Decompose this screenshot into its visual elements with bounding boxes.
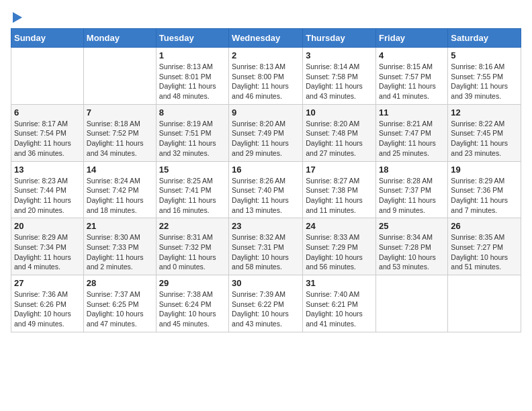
calendar-cell: 9Sunrise: 8:20 AMSunset: 7:49 PMDaylight… (229, 104, 303, 161)
calendar-cell: 16Sunrise: 8:26 AMSunset: 7:40 PMDayligh… (229, 161, 303, 218)
day-number: 15 (159, 165, 226, 175)
day-detail: Sunrise: 8:18 AMSunset: 7:52 PMDaylight:… (87, 119, 153, 158)
day-detail: Sunrise: 8:19 AMSunset: 7:51 PMDaylight:… (159, 119, 226, 158)
calendar-cell: 27Sunrise: 7:36 AMSunset: 6:26 PMDayligh… (11, 275, 84, 332)
day-detail: Sunrise: 8:29 AMSunset: 7:36 PMDaylight:… (451, 176, 518, 216)
day-detail: Sunrise: 8:29 AMSunset: 7:34 PMDaylight:… (14, 232, 81, 272)
logo (11, 11, 22, 23)
calendar-cell (11, 48, 84, 105)
calendar-cell: 10Sunrise: 8:20 AMSunset: 7:48 PMDayligh… (303, 104, 376, 161)
day-detail: Sunrise: 8:28 AMSunset: 7:37 PMDaylight:… (379, 176, 445, 216)
day-detail: Sunrise: 8:22 AMSunset: 7:45 PMDaylight:… (451, 119, 518, 158)
day-detail: Sunrise: 8:34 AMSunset: 7:28 PMDaylight:… (379, 232, 445, 272)
day-detail: Sunrise: 8:13 AMSunset: 8:01 PMDaylight:… (159, 62, 226, 101)
calendar-cell: 23Sunrise: 8:32 AMSunset: 7:31 PMDayligh… (229, 218, 303, 275)
calendar-cell: 1Sunrise: 8:13 AMSunset: 8:01 PMDaylight… (156, 48, 228, 105)
day-detail: Sunrise: 8:35 AMSunset: 7:27 PMDaylight:… (451, 232, 518, 272)
calendar-cell: 11Sunrise: 8:21 AMSunset: 7:47 PMDayligh… (376, 104, 448, 161)
calendar-week-row: 13Sunrise: 8:23 AMSunset: 7:44 PMDayligh… (11, 161, 521, 218)
day-number: 17 (306, 165, 373, 175)
day-detail: Sunrise: 8:31 AMSunset: 7:32 PMDaylight:… (159, 232, 226, 272)
day-detail: Sunrise: 8:32 AMSunset: 7:31 PMDaylight:… (232, 232, 300, 272)
calendar-table: SundayMondayTuesdayWednesdayThursdayFrid… (11, 28, 521, 332)
calendar-cell: 6Sunrise: 8:17 AMSunset: 7:54 PMDaylight… (11, 104, 84, 161)
day-detail: Sunrise: 8:14 AMSunset: 7:58 PMDaylight:… (306, 62, 373, 101)
weekday-header: Sunday (11, 29, 84, 48)
calendar-cell: 18Sunrise: 8:28 AMSunset: 7:37 PMDayligh… (376, 161, 448, 218)
day-detail: Sunrise: 8:20 AMSunset: 7:49 PMDaylight:… (232, 119, 300, 158)
calendar-cell: 28Sunrise: 7:37 AMSunset: 6:25 PMDayligh… (83, 275, 156, 332)
day-detail: Sunrise: 8:13 AMSunset: 8:00 PMDaylight:… (232, 62, 300, 101)
day-number: 3 (306, 50, 373, 60)
day-number: 13 (14, 165, 81, 175)
day-number: 5 (451, 50, 518, 60)
day-detail: Sunrise: 8:23 AMSunset: 7:44 PMDaylight:… (14, 176, 81, 216)
day-detail: Sunrise: 8:25 AMSunset: 7:41 PMDaylight:… (159, 176, 226, 216)
calendar-cell (83, 48, 156, 105)
day-detail: Sunrise: 8:17 AMSunset: 7:54 PMDaylight:… (14, 119, 81, 158)
day-number: 23 (232, 221, 300, 231)
day-number: 28 (87, 278, 153, 288)
day-number: 29 (159, 278, 226, 288)
calendar-week-row: 27Sunrise: 7:36 AMSunset: 6:26 PMDayligh… (11, 275, 521, 332)
day-number: 8 (159, 107, 226, 118)
day-detail: Sunrise: 8:15 AMSunset: 7:57 PMDaylight:… (379, 62, 445, 101)
weekday-header: Monday (83, 29, 156, 48)
day-number: 16 (232, 165, 300, 175)
day-number: 1 (159, 50, 226, 60)
calendar-cell: 29Sunrise: 7:38 AMSunset: 6:24 PMDayligh… (156, 275, 228, 332)
day-number: 18 (379, 165, 445, 175)
calendar-cell: 25Sunrise: 8:34 AMSunset: 7:28 PMDayligh… (376, 218, 448, 275)
day-number: 31 (306, 278, 373, 288)
day-number: 9 (232, 107, 300, 118)
calendar-cell: 21Sunrise: 8:30 AMSunset: 7:33 PMDayligh… (83, 218, 156, 275)
day-number: 22 (159, 221, 226, 231)
calendar-cell: 31Sunrise: 7:40 AMSunset: 6:21 PMDayligh… (303, 275, 376, 332)
day-detail: Sunrise: 8:21 AMSunset: 7:47 PMDaylight:… (379, 119, 445, 158)
day-number: 11 (379, 107, 445, 118)
day-number: 10 (306, 107, 373, 118)
day-detail: Sunrise: 8:16 AMSunset: 7:55 PMDaylight:… (451, 62, 518, 101)
calendar-cell (448, 275, 521, 332)
weekday-header-row: SundayMondayTuesdayWednesdayThursdayFrid… (11, 29, 521, 48)
weekday-header: Thursday (303, 29, 376, 48)
calendar-cell: 22Sunrise: 8:31 AMSunset: 7:32 PMDayligh… (156, 218, 228, 275)
calendar-cell: 15Sunrise: 8:25 AMSunset: 7:41 PMDayligh… (156, 161, 228, 218)
day-number: 14 (87, 165, 153, 175)
weekday-header: Friday (376, 29, 448, 48)
day-detail: Sunrise: 8:20 AMSunset: 7:48 PMDaylight:… (306, 119, 373, 158)
calendar-cell: 30Sunrise: 7:39 AMSunset: 6:22 PMDayligh… (229, 275, 303, 332)
day-number: 12 (451, 107, 518, 118)
calendar-cell: 12Sunrise: 8:22 AMSunset: 7:45 PMDayligh… (448, 104, 521, 161)
calendar-cell: 8Sunrise: 8:19 AMSunset: 7:51 PMDaylight… (156, 104, 228, 161)
calendar-cell: 3Sunrise: 8:14 AMSunset: 7:58 PMDaylight… (303, 48, 376, 105)
day-number: 26 (451, 221, 518, 231)
day-number: 24 (306, 221, 373, 231)
day-detail: Sunrise: 7:39 AMSunset: 6:22 PMDaylight:… (232, 289, 300, 329)
calendar-cell: 19Sunrise: 8:29 AMSunset: 7:36 PMDayligh… (448, 161, 521, 218)
day-number: 27 (14, 278, 81, 288)
day-detail: Sunrise: 8:26 AMSunset: 7:40 PMDaylight:… (232, 176, 300, 216)
day-number: 19 (451, 165, 518, 175)
calendar-week-row: 1Sunrise: 8:13 AMSunset: 8:01 PMDaylight… (11, 48, 521, 105)
day-detail: Sunrise: 7:36 AMSunset: 6:26 PMDaylight:… (14, 289, 81, 329)
page-header (11, 11, 521, 23)
weekday-header: Tuesday (156, 29, 228, 48)
calendar-week-row: 6Sunrise: 8:17 AMSunset: 7:54 PMDaylight… (11, 104, 521, 161)
calendar-cell (376, 275, 448, 332)
day-number: 21 (87, 221, 153, 231)
day-number: 4 (379, 50, 445, 60)
calendar-cell: 5Sunrise: 8:16 AMSunset: 7:55 PMDaylight… (448, 48, 521, 105)
calendar-cell: 14Sunrise: 8:24 AMSunset: 7:42 PMDayligh… (83, 161, 156, 218)
calendar-cell: 7Sunrise: 8:18 AMSunset: 7:52 PMDaylight… (83, 104, 156, 161)
calendar-week-row: 20Sunrise: 8:29 AMSunset: 7:34 PMDayligh… (11, 218, 521, 275)
calendar-cell: 4Sunrise: 8:15 AMSunset: 7:57 PMDaylight… (376, 48, 448, 105)
day-detail: Sunrise: 8:27 AMSunset: 7:38 PMDaylight:… (306, 176, 373, 216)
calendar-cell: 2Sunrise: 8:13 AMSunset: 8:00 PMDaylight… (229, 48, 303, 105)
day-detail: Sunrise: 8:33 AMSunset: 7:29 PMDaylight:… (306, 232, 373, 272)
calendar-cell: 13Sunrise: 8:23 AMSunset: 7:44 PMDayligh… (11, 161, 84, 218)
day-number: 2 (232, 50, 300, 60)
calendar-cell: 24Sunrise: 8:33 AMSunset: 7:29 PMDayligh… (303, 218, 376, 275)
calendar-cell: 26Sunrise: 8:35 AMSunset: 7:27 PMDayligh… (448, 218, 521, 275)
day-number: 20 (14, 221, 81, 231)
